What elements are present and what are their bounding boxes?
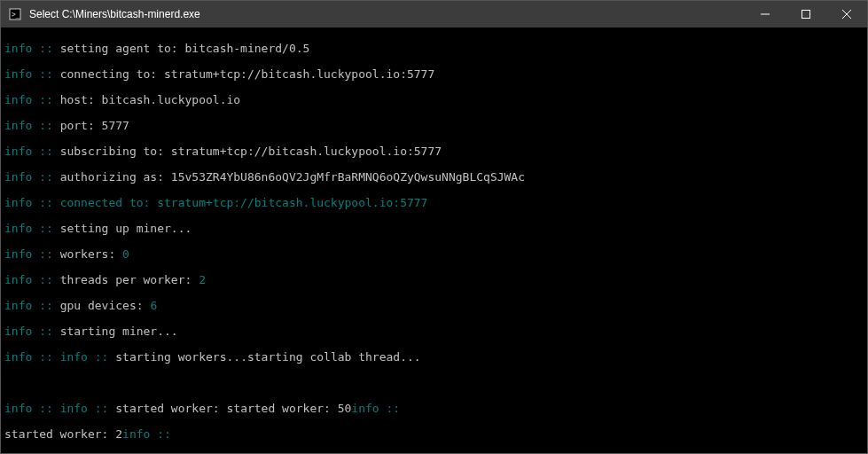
log-value: 0 [122,247,129,261]
log-prefix: info :: [4,196,60,209]
log-text: host: bitcash.luckypool.io [60,93,241,106]
log-prefix: info :: [4,67,60,81]
blank-line [4,377,864,390]
log-value: 2 [199,273,206,286]
terminal-output[interactable]: info :: setting agent to: bitcash-minerd… [1,27,867,453]
log-prefix: info :: [60,350,116,364]
window-title: Select C:\Miners\bitcash-minerd.exe [29,8,745,20]
maximize-button[interactable] [786,1,826,27]
log-value: 6 [150,299,157,312]
log-text: 1 [345,453,352,454]
log-text: workers: [60,247,122,261]
log-text: connected to: stratum+tcp://bitcash.luck… [60,196,428,209]
log-text: port: 5777 [60,119,129,132]
log-prefix: info :: [4,350,60,364]
log-prefix: info :: [4,299,60,312]
log-text: started worker: 2 [4,427,122,441]
close-button[interactable] [826,1,867,27]
log-text: starting miner... [60,325,178,338]
titlebar[interactable]: >_ Select C:\Miners\bitcash-minerd.exe [1,1,867,27]
log-text: setting up miner... [60,222,192,235]
log-text: authorizing as: 15v53ZR4YbU86n6oQV2JgMfr… [60,170,525,184]
log-text: subscribing to: stratum+tcp://bitcash.lu… [60,145,442,158]
log-text: starting workers...starting collab threa… [115,350,420,364]
log-text: setting agent to: bitcash-minerd/0.5 [60,42,310,55]
log-prefix: info :: [4,119,60,132]
minimize-button[interactable] [745,1,786,27]
log-prefix: info :: [60,402,116,415]
log-text: gpu devices: [60,299,151,312]
log-prefix: info :: [4,453,60,454]
log-prefix: info :: [4,145,60,158]
svg-rect-3 [802,11,810,19]
log-prefix: info :: [4,247,60,261]
log-prefix: info :: [4,42,60,55]
log-prefix: info :: [4,402,60,415]
log-text: connecting to: stratum+tcp://bitcash.luc… [60,67,435,81]
log-prefix: info :: [289,453,345,454]
log-prefix: info :: [4,170,60,184]
window-controls [745,1,867,27]
log-prefix: info :: [4,93,60,106]
log-prefix: info :: [4,222,60,235]
log-prefix: info :: [4,325,60,338]
terminal-window: >_ Select C:\Miners\bitcash-minerd.exe i… [0,0,868,454]
app-icon: >_ [8,7,22,21]
log-prefix: info :: [351,402,407,415]
log-text: started worker: started worker: 4 [60,453,289,454]
log-text: started worker: started worker: 50 [115,402,351,415]
log-text: threads per worker: [60,273,199,286]
log-prefix: info :: [122,427,178,441]
log-prefix: info :: [4,273,60,286]
svg-text:>_: >_ [12,11,20,19]
